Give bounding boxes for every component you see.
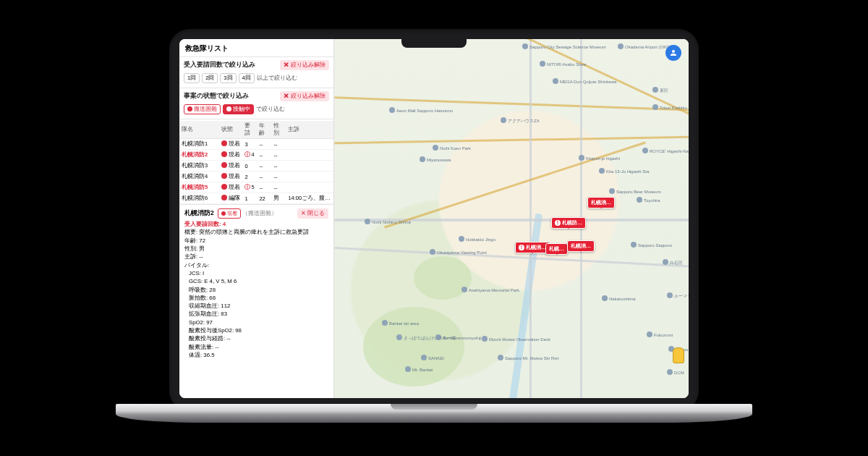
vital-hr: 脈拍数: 68	[184, 294, 328, 302]
detail-age: 年齢: 72	[184, 237, 328, 245]
detail-complaint: 主訴: --	[184, 253, 328, 261]
table-row[interactable]: 札幌消防1 現着3----	[179, 139, 333, 150]
user-avatar[interactable]	[665, 45, 681, 61]
detail-tag: （搬送困難）	[242, 210, 277, 216]
map-poi: Sapporo Sapporo	[631, 242, 672, 248]
map-poi: Kita 13-Jo Higashi Sta.	[599, 168, 650, 174]
map-poi: Fukuzumi	[647, 332, 673, 337]
map-poi: Triton Fushiko	[652, 104, 687, 110]
map-poi: Nakanoshima	[602, 295, 636, 301]
filter2-suffix: で絞り込む	[256, 106, 285, 113]
col-req: 要請	[242, 121, 257, 139]
table-row[interactable]: 札幌消防4 現着2----	[179, 172, 333, 182]
squad-table-wrap: 隊名 状態 要請 年齢 性別 主訴 札幌消防1 現着3----札幌消防2 現着ⓘ…	[179, 119, 333, 204]
vital-rr: 呼吸数: 28	[184, 286, 328, 294]
detail-req-count: 受入要請回数: 4	[184, 220, 328, 228]
col-complaint: 主訴	[286, 121, 333, 139]
map-poi: SANKEI	[421, 355, 444, 360]
vital-gcs: GCS: E 4, V 5, M 6	[184, 277, 328, 285]
map-poi: Mount Moiwa Observation Deck	[482, 336, 550, 342]
table-row[interactable]: 札幌消防3 現着0----	[179, 161, 333, 172]
map-poi: Nishi Nishino Shrine	[365, 219, 411, 224]
map-marker[interactable]: 札幌…	[545, 243, 568, 255]
map-poi: 白石区	[663, 259, 683, 266]
squad-table: 隊名 状態 要請 年齢 性別 主訴 札幌消防1 現着3----札幌消防2 現着ⓘ…	[179, 121, 333, 204]
col-sex: 性別	[271, 121, 286, 139]
filter1-clear-button[interactable]: 🗙 絞り込み解除	[280, 60, 329, 70]
map-poi: Sapporo Beer Museum	[609, 188, 661, 194]
map-poi: Aeon Mall Sapporo Hassamu	[389, 107, 453, 113]
map-poi: NITORI Asabu Store	[540, 61, 587, 67]
map[interactable]: Sapporo City Sewage Science MuseumOkadam…	[334, 39, 689, 398]
vital-spo2o: 酸素投与後SpO2: 98	[184, 326, 328, 334]
table-row[interactable]: 札幌消防6 編隊122男14:00ごろ、腹臥位で倒れ…	[179, 193, 333, 204]
panel-title: 救急隊リスト	[179, 39, 333, 56]
detail-sex: 性別: 男	[184, 245, 328, 253]
filter2-label: 事案の状態で絞り込み	[184, 92, 249, 101]
filter1-pill-2[interactable]: 2回	[202, 73, 218, 83]
map-poi: 東区	[652, 87, 668, 94]
laptop-frame: 救急隊リスト 受入要請回数で絞り込み 🗙 絞り込み解除 1回2回3回4回以上で絞…	[169, 29, 699, 411]
filter2-opt-difficult[interactable]: 搬送困難	[184, 104, 221, 114]
col-age: 年齢	[257, 121, 271, 139]
map-poi: Asahiyama Memorial Park	[461, 287, 519, 292]
map-poi: MEGA Don Quijote Shinkawa	[553, 78, 616, 84]
map-poi: Nishi Koen Park	[433, 145, 471, 151]
laptop-base	[116, 404, 752, 428]
sidebar: 救急隊リスト 受入要請回数で絞り込み 🗙 絞り込み解除 1回2回3回4回以上で絞…	[179, 39, 334, 398]
map-poi: Toyohira	[637, 197, 660, 203]
table-row[interactable]: 札幌消防5 現着ⓘ5----	[179, 182, 333, 193]
vital-route: 酸素投与経路: --	[184, 334, 328, 342]
map-poi: アクアハウスZX	[501, 117, 540, 124]
filter1-pill-1[interactable]: 1回	[184, 73, 200, 83]
map-poi: ホーマック南郷通店	[667, 292, 689, 300]
detail-close-button[interactable]: ✕ 閉じる	[297, 208, 328, 219]
vital-jcs: JCS: I	[184, 269, 328, 277]
vital-dbp: 拡張期血圧: 83	[184, 310, 328, 318]
col-name: 隊名	[179, 121, 219, 139]
map-poi: Sapporo-Mt. Moiwa Ski Rsrt	[498, 355, 559, 360]
map-marker[interactable]: 札幌消…	[567, 240, 595, 252]
map-poi: Okurayama Viewing Point	[430, 249, 487, 255]
filter2-opt-contact[interactable]: 接触中	[223, 104, 254, 114]
vital-flow: 酸素流量: --	[184, 343, 328, 351]
map-poi: Miyanosawa	[420, 156, 451, 162]
filter1-pill-3[interactable]: 3回	[220, 73, 236, 83]
detail-panel: 札幌消防2 現着 （搬送困難） ✕ 閉じる 受入要請回数: 4 概要: 突然の頭…	[179, 204, 333, 363]
detail-name: 札幌消防2	[184, 209, 214, 216]
map-poi: Bankei ski area	[382, 320, 419, 326]
map-poi: Hokkaido Jingu	[459, 236, 495, 242]
map-poi: DCM	[667, 369, 684, 375]
map-poi: Kitajuni-jo higashi	[579, 155, 620, 161]
filter1-label: 受入要請回数で絞り込み	[184, 61, 255, 69]
filter-status: 事案の状態で絞り込み 🗙 絞り込み解除 搬送困難 接触中 で絞り込む	[179, 88, 333, 119]
filter1-pill-4[interactable]: 4回	[239, 73, 255, 83]
app-screen: 救急隊リスト 受入要請回数で絞り込み 🗙 絞り込み解除 1回2回3回4回以上で絞…	[179, 39, 689, 398]
map-poi: Mt. Bankei	[405, 366, 433, 372]
detail-vitals-label: バイタル:	[184, 261, 328, 269]
user-icon	[669, 48, 678, 57]
map-marker[interactable]: !札幌防…	[551, 217, 586, 229]
map-poi: Sapporo City Sewage Science Museum	[522, 43, 606, 49]
filter-request-count: 受入要請回数で絞り込み 🗙 絞り込み解除 1回2回3回4回以上で絞り込む	[179, 56, 333, 88]
map-poi: さっぽろばんけいスキー場	[396, 334, 456, 342]
filter1-suffix: 以上で絞り込む	[257, 75, 297, 82]
map-poi: Okadama Airport (OKD)	[618, 43, 671, 49]
map-marker[interactable]: !札幌消…	[515, 242, 550, 253]
col-state: 状態	[219, 121, 242, 139]
vital-sbp: 収縮期血圧: 112	[184, 302, 328, 310]
map-marker[interactable]: 札幌消…	[587, 197, 615, 208]
notch	[401, 38, 467, 48]
table-row[interactable]: 札幌消防2 現着ⓘ4----	[179, 150, 333, 161]
detail-status-badge: 現着	[218, 208, 241, 219]
filter2-clear-button[interactable]: 🗙 絞り込み解除	[280, 91, 329, 101]
detail-summary: 概要: 突然の頭痛と両腕の痺れを主訴に救急要請	[184, 228, 328, 236]
vital-spo2: SpO2: 97	[184, 318, 328, 326]
vital-temp: 体温: 36.5	[184, 351, 328, 359]
map-poi: ROYCE' Higashi-Naebo Store	[642, 148, 689, 153]
pegman-icon[interactable]	[673, 347, 684, 363]
